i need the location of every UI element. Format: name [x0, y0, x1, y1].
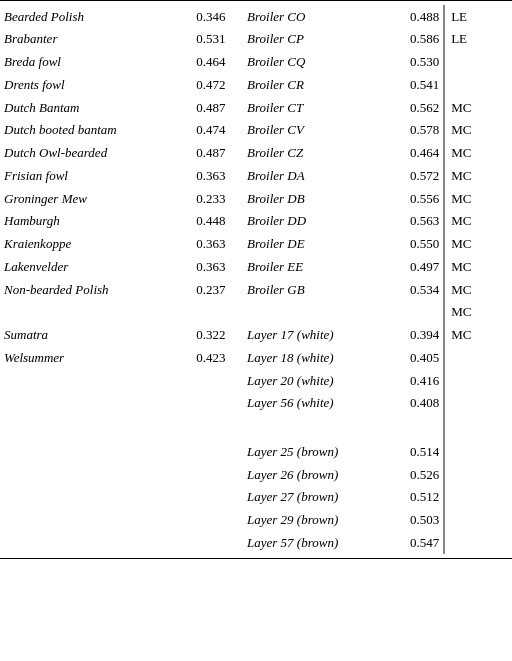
- spacer: [229, 531, 243, 554]
- breed-value-left: 0.487: [175, 142, 229, 165]
- code-col: [444, 346, 512, 369]
- table-row: Layer 56 (white) 0.408: [0, 392, 512, 415]
- breed-value-right: 0.526: [390, 463, 444, 486]
- breed-value-left: [175, 509, 229, 532]
- breed-value-right: 0.563: [390, 210, 444, 233]
- breed-value-right: 0.416: [390, 369, 444, 392]
- table-row: Dutch booted bantam 0.474 Broiler CV 0.5…: [0, 119, 512, 142]
- breed-value-right: 0.572: [390, 164, 444, 187]
- breed-value-left: [175, 440, 229, 463]
- breed-value-left: 0.363: [175, 233, 229, 256]
- spacer: [229, 509, 243, 532]
- breed-name-left: Drents fowl: [0, 73, 175, 96]
- breed-value-right: 0.586: [390, 28, 444, 51]
- table-row: Layer 20 (white) 0.416: [0, 369, 512, 392]
- code-col: LE: [444, 28, 512, 51]
- spacer: [229, 369, 243, 392]
- breed-value-right: 0.408: [390, 392, 444, 415]
- breed-name-left: [0, 509, 175, 532]
- breed-name-right: Layer 29 (brown): [243, 509, 390, 532]
- breed-value-left: 0.423: [175, 346, 229, 369]
- breed-name-right: Layer 56 (white): [243, 392, 390, 415]
- breed-value-right: 0.556: [390, 187, 444, 210]
- code-col: MC: [444, 119, 512, 142]
- spacer: [229, 233, 243, 256]
- empty-cell: [175, 415, 229, 438]
- breed-value-right: 0.514: [390, 440, 444, 463]
- code-col: [444, 486, 512, 509]
- breed-value-right: 0.534: [390, 278, 444, 301]
- spacer: [229, 51, 243, 74]
- breed-value-right: 0.394: [390, 324, 444, 347]
- breed-name-right: Broiler CT: [243, 96, 390, 119]
- table-row: Brabanter 0.531 Broiler CP 0.586 LE: [0, 28, 512, 51]
- breed-name-left: Brabanter: [0, 28, 175, 51]
- spacer: [229, 28, 243, 51]
- spacer: [229, 324, 243, 347]
- table-row: Layer 27 (brown) 0.512: [0, 486, 512, 509]
- breed-name-right: Layer 57 (brown): [243, 531, 390, 554]
- breed-value-left: 0.363: [175, 255, 229, 278]
- empty-cell: [243, 415, 390, 438]
- breed-name-left: Welsummer: [0, 346, 175, 369]
- spacer: [229, 164, 243, 187]
- breed-name-left: Dutch Bantam: [0, 96, 175, 119]
- breed-value-right: 0.488: [390, 5, 444, 28]
- spacer: [229, 5, 243, 28]
- code-col: MC: [444, 255, 512, 278]
- breed-name-right: Broiler DE: [243, 233, 390, 256]
- breed-value-right: 0.497: [390, 255, 444, 278]
- breed-table: Bearded Polish 0.346 Broiler CO 0.488 LE…: [0, 5, 512, 554]
- table-row: Groninger Mew 0.233 Broiler DB 0.556 MC: [0, 187, 512, 210]
- table-row: Bearded Polish 0.346 Broiler CO 0.488 LE: [0, 5, 512, 28]
- spacer: [229, 278, 243, 301]
- table-row: Lakenvelder 0.363 Broiler EE 0.497 MC: [0, 255, 512, 278]
- breed-value-left: 0.531: [175, 28, 229, 51]
- breed-name-left: Breda fowl: [0, 51, 175, 74]
- breed-name-left: [0, 392, 175, 415]
- code-col: MC: [444, 187, 512, 210]
- breed-name-right: Broiler CO: [243, 5, 390, 28]
- table-row: Breda fowl 0.464 Broiler CQ 0.530: [0, 51, 512, 74]
- breed-name-left: Dutch Owl-bearded: [0, 142, 175, 165]
- table-row: Welsummer 0.423 Layer 18 (white) 0.405: [0, 346, 512, 369]
- code-col: [444, 51, 512, 74]
- code-col: [444, 369, 512, 392]
- table-row: Dutch Bantam 0.487 Broiler CT 0.562 MC: [0, 96, 512, 119]
- breed-value-left: 0.472: [175, 73, 229, 96]
- code-col: MC: [444, 324, 512, 347]
- breed-value-right: 0.464: [390, 142, 444, 165]
- table-row: Frisian fowl 0.363 Broiler DA 0.572 MC: [0, 164, 512, 187]
- breed-name-left: [0, 440, 175, 463]
- empty-cell: [0, 415, 175, 438]
- breed-value-right: 0.405: [390, 346, 444, 369]
- breed-name-left: Frisian fowl: [0, 164, 175, 187]
- code-col: MC: [444, 142, 512, 165]
- code-col: [444, 392, 512, 415]
- code-col: [444, 463, 512, 486]
- table-row: Layer 26 (brown) 0.526: [0, 463, 512, 486]
- breed-value-right: 0.578: [390, 119, 444, 142]
- breed-name-left: [0, 531, 175, 554]
- breed-value-right: 0.550: [390, 233, 444, 256]
- breed-name-left: Non-bearded Polish: [0, 278, 175, 301]
- breed-value-left: [175, 463, 229, 486]
- code-col: LE: [444, 5, 512, 28]
- spacer: [229, 440, 243, 463]
- breed-name-left: Lakenvelder: [0, 255, 175, 278]
- breed-name-left: Kraienkoppe: [0, 233, 175, 256]
- code-col: MC: [444, 164, 512, 187]
- code-col: [444, 73, 512, 96]
- breed-name-right: Layer 17 (white): [243, 324, 390, 347]
- breed-value-right: 0.530: [390, 51, 444, 74]
- breed-value-left: 0.448: [175, 210, 229, 233]
- breed-name-right: Layer 18 (white): [243, 346, 390, 369]
- breed-name-left: Bearded Polish: [0, 5, 175, 28]
- breed-name-right: Broiler CQ: [243, 51, 390, 74]
- table-row: Non-bearded Polish 0.237 Broiler GB 0.53…: [0, 278, 512, 301]
- table-row: Layer 29 (brown) 0.503: [0, 509, 512, 532]
- spacer: [229, 463, 243, 486]
- breed-value-left: [175, 392, 229, 415]
- spacer: [229, 119, 243, 142]
- breed-name-right: Broiler EE: [243, 255, 390, 278]
